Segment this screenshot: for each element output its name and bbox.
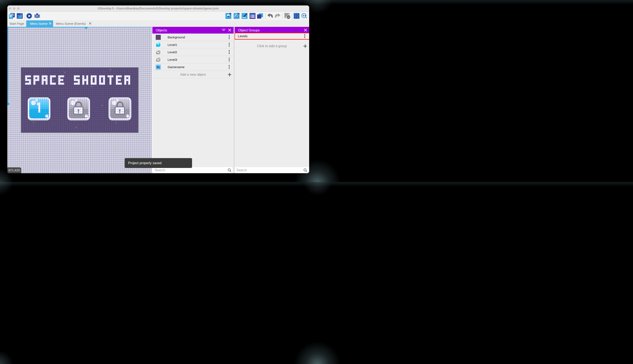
- svg-text:x: x: [159, 67, 160, 69]
- svg-text:T: T: [157, 65, 159, 69]
